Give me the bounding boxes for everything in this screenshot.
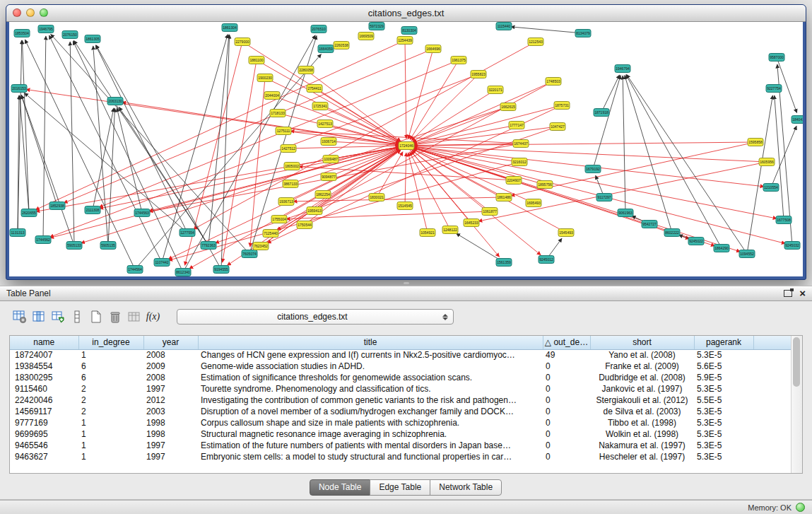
- column-header-out_de[interactable]: △ out_de…: [543, 336, 590, 349]
- graph-edge[interactable]: [406, 146, 777, 218]
- import-table-icon[interactable]: [48, 308, 67, 326]
- zoom-window-button[interactable]: [40, 8, 48, 17]
- graph-edge[interactable]: [511, 27, 583, 33]
- tab-edge-table[interactable]: Edge Table: [370, 479, 430, 496]
- graph-edge[interactable]: [18, 40, 22, 233]
- new-column-icon[interactable]: [86, 308, 105, 326]
- column-header-short[interactable]: short: [590, 336, 694, 349]
- table-cell: 1: [78, 428, 143, 440]
- table-cell: 0: [543, 428, 590, 440]
- table-cell: 5.3E-5: [694, 417, 753, 428]
- table-row[interactable]: 1938455462009Genome-wide association stu…: [10, 361, 792, 372]
- table-cell: Tourette syndrome. Phenomenology and cla…: [198, 383, 543, 395]
- table-row[interactable]: 977716911998Corpus callosum shape and si…: [10, 417, 792, 428]
- graph-edge[interactable]: [413, 127, 558, 145]
- table-row[interactable]: 946362711997Embryonic stem cells: a mode…: [10, 451, 792, 462]
- table-cell: Jankovic et al. (1997): [590, 383, 694, 395]
- graph-edge[interactable]: [747, 95, 772, 254]
- graph-edge[interactable]: [413, 125, 517, 144]
- graph-edge[interactable]: [413, 142, 755, 146]
- node-table: namein_degreeyeartitle△ out_de…shortpage…: [9, 335, 803, 474]
- graph-edge[interactable]: [775, 95, 784, 220]
- status-bar: Memory: OK: [0, 500, 812, 514]
- table-cell: Genome-wide association studies in ADHD.: [198, 361, 543, 372]
- graph-edge[interactable]: [413, 146, 767, 162]
- table-disabled-icon[interactable]: [124, 308, 143, 326]
- close-panel-icon[interactable]: ×: [799, 288, 806, 298]
- graph-edge[interactable]: [413, 105, 562, 144]
- graph-node-label: 1724046: [399, 144, 413, 148]
- graph-node-label: 2111308: [86, 208, 100, 212]
- graph-edge[interactable]: [413, 146, 519, 162]
- graph-node-label: 8602222: [665, 230, 679, 235]
- column-header-pagerank[interactable]: pagerank: [694, 336, 753, 349]
- table-cell: 1: [78, 417, 143, 428]
- table-row[interactable]: 2242004622012Investigating the contribut…: [10, 395, 792, 406]
- column-header-title[interactable]: title: [198, 336, 543, 349]
- graph-edge[interactable]: [122, 103, 406, 146]
- graph-node-label: 2204907: [507, 178, 521, 182]
- graph-node-label: 1895756: [538, 182, 552, 187]
- column-header-in_degree[interactable]: in_degree: [78, 336, 143, 349]
- graph-edge[interactable]: [70, 42, 74, 245]
- graph-edge[interactable]: [250, 78, 265, 247]
- graph-edge[interactable]: [408, 49, 433, 139]
- table-settings-icon[interactable]: [10, 308, 29, 326]
- scrollbar-thumb[interactable]: [793, 337, 800, 387]
- graph-edge[interactable]: [215, 127, 558, 243]
- graph-edge[interactable]: [283, 131, 399, 145]
- column-header-name[interactable]: name: [10, 336, 78, 349]
- split-pane-handle[interactable]: [404, 282, 409, 284]
- graph-edge[interactable]: [771, 126, 796, 187]
- table-tabs: Node Table Edge Table Network Table: [0, 479, 812, 496]
- network-canvas[interactable]: 1853504194679520761501861305201615320631…: [9, 22, 803, 276]
- graph-edge[interactable]: [22, 40, 29, 213]
- table-row[interactable]: 946554611997Estimation of the future num…: [10, 440, 792, 451]
- graph-edge[interactable]: [73, 41, 183, 272]
- window-titlebar[interactable]: citations_edges.txt: [6, 5, 806, 22]
- graph-edge[interactable]: [405, 40, 406, 139]
- graph-edge[interactable]: [26, 89, 406, 146]
- tab-node-table[interactable]: Node Table: [310, 479, 371, 496]
- table-row[interactable]: 911546021997Tourette syndrome. Phenomeno…: [10, 383, 792, 395]
- graph-edge[interactable]: [601, 75, 620, 112]
- graph-edge[interactable]: [21, 95, 74, 245]
- table-row[interactable]: 1456911722003Disruption of a novel membe…: [10, 406, 792, 417]
- delete-column-icon[interactable]: [105, 308, 124, 326]
- graph-node-label: 1936713: [279, 199, 293, 204]
- table-row[interactable]: 1872400712008Changes of HCN gene express…: [10, 349, 792, 361]
- graph-node-label: 1115440: [498, 24, 511, 28]
- graph-edge[interactable]: [623, 76, 625, 213]
- graph-edge[interactable]: [413, 81, 553, 143]
- graph-edge[interactable]: [412, 150, 490, 211]
- graph-node-label: 1248122: [443, 228, 457, 232]
- vertical-scrollbar[interactable]: [791, 336, 802, 473]
- table-cell: Hescheler et al. (1997): [590, 451, 694, 462]
- graph-edge[interactable]: [95, 45, 187, 233]
- graph-edge[interactable]: [410, 60, 459, 139]
- graph-node-label: 2063130: [108, 99, 122, 103]
- float-panel-icon[interactable]: [784, 290, 792, 297]
- table-row[interactable]: 969969511998Structural magnetic resonanc…: [10, 428, 792, 440]
- network-table-select-value: citations_edges.txt: [184, 312, 440, 322]
- column-visibility-icon[interactable]: [29, 308, 48, 326]
- row-selector-icon[interactable]: [67, 308, 86, 326]
- column-header-year[interactable]: year: [143, 336, 198, 349]
- network-table-select[interactable]: citations_edges.txt: [177, 309, 454, 325]
- graph-node-label: 9245012: [539, 257, 553, 262]
- graph-edge[interactable]: [169, 162, 519, 260]
- graph-edge[interactable]: [25, 40, 135, 269]
- function-builder-icon[interactable]: f(x): [143, 308, 163, 326]
- graph-edge[interactable]: [457, 233, 504, 262]
- citation-network-graph[interactable]: 1853504194679520761501861305201615320631…: [9, 22, 803, 276]
- graph-edge[interactable]: [149, 146, 406, 211]
- graph-edge[interactable]: [194, 42, 536, 229]
- table-toolbar: f(x) citations_edges.txt: [0, 301, 812, 327]
- graph-edge[interactable]: [43, 36, 46, 240]
- tab-network-table[interactable]: Network Table: [430, 479, 502, 496]
- minimize-window-button[interactable]: [26, 8, 35, 17]
- graph-edge[interactable]: [626, 75, 722, 248]
- table-row[interactable]: 1830029562008Estimation of significance …: [10, 372, 792, 383]
- graph-edge[interactable]: [64, 49, 433, 203]
- close-window-button[interactable]: [13, 8, 21, 17]
